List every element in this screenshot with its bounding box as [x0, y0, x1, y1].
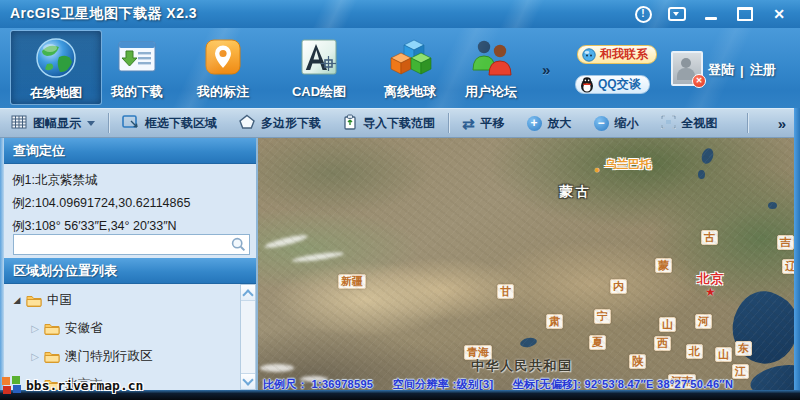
chevron-up-icon: [242, 289, 253, 300]
map-label-ulaanbaatar-dot: ●: [594, 164, 600, 176]
pan-icon: ⇄: [462, 116, 475, 131]
minimize-icon: [705, 17, 717, 20]
qq-chat-button[interactable]: QQ交谈: [575, 75, 650, 94]
search-button[interactable]: [227, 237, 249, 252]
folder-icon: [44, 322, 60, 335]
polygon-icon: [239, 114, 255, 132]
map-canvas[interactable]: ●乌兰巴托蒙古新疆蒙古吉辽北京★甘肃内宁夏陕山西河北山东江河南青海中华人民共和国…: [258, 138, 794, 390]
snow-range: [264, 233, 308, 250]
tree-expander-collapsed-icon[interactable]: ▷: [30, 351, 40, 362]
maximize-button[interactable]: [728, 4, 762, 24]
toolbar-separator: [448, 113, 449, 133]
close-button[interactable]: ✕: [762, 4, 796, 24]
skin-icon: [668, 7, 686, 21]
status-resolution: 空间分辨率 :级别[3]: [393, 378, 494, 390]
tree-expander-collapsed-icon[interactable]: ▷: [30, 323, 40, 334]
map-label-xia: 夏: [589, 335, 606, 350]
avatar-head: [681, 58, 691, 68]
cad-icon: [296, 35, 342, 79]
tool-label: 放大: [548, 115, 572, 132]
tab-my-downloads[interactable]: 我的下载: [91, 30, 183, 105]
rect-select-icon: [122, 115, 139, 132]
toolbar-overflow-chevron[interactable]: »: [542, 61, 550, 78]
map-label-shan-of-shandong: 山: [715, 347, 732, 362]
main-toolbar: 在线地图 我的下载 我的标注: [0, 28, 800, 109]
tool-sheet-display[interactable]: 图幅显示: [0, 109, 106, 137]
login-link[interactable]: 登陆: [708, 61, 734, 79]
contact-me-button[interactable]: 和我联系: [577, 45, 657, 64]
full-extent-icon: [661, 115, 676, 132]
tab-my-annotations[interactable]: 我的标注: [177, 30, 269, 105]
maximize-icon: [737, 7, 753, 21]
map-label-china-name: 中华人民共和国: [471, 359, 573, 374]
snow-range: [260, 364, 294, 372]
window-right-border: [794, 108, 800, 390]
user-avatar[interactable]: ✕: [671, 51, 703, 86]
tab-label: 用户论坛: [465, 83, 517, 101]
tab-label: 我的标注: [197, 83, 249, 101]
map-label-shan-of-shanxi: 山: [659, 317, 676, 332]
folder-icon: [26, 294, 42, 307]
qq-chat-label: QQ交谈: [598, 76, 641, 93]
map-label-gan: 甘: [497, 284, 514, 299]
map-label-ji: 吉: [777, 235, 794, 250]
about-button[interactable]: !: [626, 4, 660, 24]
tool-label: 图幅显示: [33, 115, 81, 132]
close-icon: ✕: [773, 6, 785, 22]
scroll-up-button[interactable]: [241, 285, 255, 301]
tab-offline-earth[interactable]: 离线地球: [364, 30, 456, 105]
search-panel-header: 查询定位: [4, 138, 256, 164]
map-status-bar: 比例尺： 1:36978595 空间分辨率 :级别[3] 坐标[无偏移]: 92…: [263, 377, 791, 390]
tree-item-label: 中国: [47, 292, 72, 309]
tab-label: 离线地球: [384, 83, 436, 101]
tool-full-extent[interactable]: 全视图: [650, 109, 729, 137]
tool-zoom-out[interactable]: − 缩小: [583, 109, 650, 137]
search-example-1: 例1:北京紫禁城: [12, 172, 97, 189]
regions-panel-title: 区域划分位置列表: [13, 262, 117, 280]
download-list-icon: [114, 35, 160, 79]
minimize-button[interactable]: [694, 4, 728, 24]
map-label-ulaanbaatar: 乌兰巴托: [605, 158, 651, 171]
status-coordinates: 坐标[无偏移]: 92°53′8.47″E 38°27′50.46″N: [513, 378, 733, 390]
tab-label: 在线地图: [30, 84, 82, 102]
tool-polygon-download[interactable]: 多边形下载: [228, 109, 332, 137]
tree-item-macau[interactable]: ▷ 澳门特别行政区: [4, 346, 238, 366]
offline-badge-icon: ✕: [692, 74, 706, 88]
tab-user-forum[interactable]: 用户论坛: [445, 30, 537, 105]
search-box: [13, 234, 250, 255]
map-label-xinjiang: 新疆: [338, 274, 366, 289]
tool-import-extent[interactable]: 导入下载范围: [332, 109, 446, 137]
lake: [698, 170, 705, 179]
zoom-in-icon: +: [527, 116, 542, 131]
tree-item-anhui[interactable]: ▷ 安徽省: [4, 318, 238, 338]
tool-label: 平移: [481, 115, 505, 132]
map-label-dong: 东: [735, 341, 752, 356]
tool-label: 导入下载范围: [363, 115, 435, 132]
info-icon: !: [635, 6, 652, 23]
tree-scrollbar[interactable]: [240, 284, 256, 390]
login-divider: |: [740, 63, 744, 78]
tool-pan[interactable]: ⇄ 平移: [451, 109, 516, 137]
tool-zoom-in[interactable]: + 放大: [516, 109, 583, 137]
map-label-xi: 西: [654, 336, 671, 351]
skin-button[interactable]: [660, 4, 694, 24]
chevron-down-icon: [87, 121, 95, 130]
scroll-down-button[interactable]: [241, 373, 255, 389]
title-bar: ArcGIS卫星地图下载器 X2.3 ! ✕: [0, 0, 800, 28]
tool-rect-download[interactable]: 框选下载区域: [111, 109, 228, 137]
sidebar: 查询定位 例1:北京紫禁城 例2:104.09691724,30.6211486…: [4, 138, 256, 390]
tree-item-china[interactable]: ◢ 中国: [4, 290, 238, 310]
register-link[interactable]: 注册: [750, 61, 776, 79]
tree-expander-expanded-icon[interactable]: ◢: [12, 295, 22, 305]
tab-cad-drawing[interactable]: CAD绘图: [273, 30, 365, 105]
tree-item-label: 安徽省: [65, 320, 103, 337]
folder-icon: [44, 350, 60, 363]
map-label-nei: 内: [610, 279, 627, 294]
tab-online-map[interactable]: 在线地图: [10, 30, 102, 105]
search-input[interactable]: [14, 236, 227, 253]
site-watermark: bbs.rivermap.cn: [2, 374, 143, 396]
toolbar-separator: [747, 113, 748, 133]
status-scale: 比例尺： 1:36978595: [263, 378, 373, 390]
search-icon: [231, 237, 246, 252]
cubes-icon: [387, 35, 433, 79]
